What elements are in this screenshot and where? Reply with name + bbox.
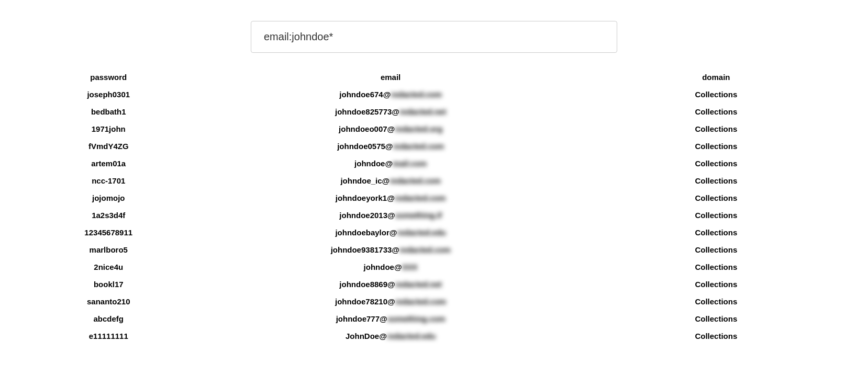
table-row: artem01ajohndoe@mail.comCollections bbox=[0, 155, 868, 172]
header-password: password bbox=[0, 69, 217, 86]
cell-domain: Collections bbox=[564, 138, 868, 155]
table-row: bookl17johndoe8869@redacted.netCollectio… bbox=[0, 276, 868, 293]
cell-domain: Collections bbox=[564, 155, 868, 172]
cell-email: johndoe674@redacted.com bbox=[217, 86, 564, 103]
table-row: jojomojojohndoeyork1@redacted.comCollect… bbox=[0, 189, 868, 207]
table-row: e11111111JohnDoe@redacted.eduCollections bbox=[0, 327, 868, 345]
cell-password: e11111111 bbox=[0, 327, 217, 345]
table-row: fVmdY4ZGjohndoe0575@redacted.comCollecti… bbox=[0, 138, 868, 155]
cell-email: johndoe8869@redacted.net bbox=[217, 276, 564, 293]
table-row: 2nice4ujohndoe@XXXCollections bbox=[0, 258, 868, 276]
cell-email: johndoeyork1@redacted.com bbox=[217, 189, 564, 207]
table-row: 1971johnjohndoeo007@redacted.orgCollecti… bbox=[0, 120, 868, 138]
cell-domain: Collections bbox=[564, 103, 868, 120]
cell-email: JohnDoe@redacted.edu bbox=[217, 327, 564, 345]
cell-password: joseph0301 bbox=[0, 86, 217, 103]
search-container bbox=[0, 0, 868, 69]
table-row: joseph0301johndoe674@redacted.comCollect… bbox=[0, 86, 868, 103]
table-row: sananto210johndoe78210@redacted.comColle… bbox=[0, 293, 868, 310]
cell-domain: Collections bbox=[564, 120, 868, 138]
cell-domain: Collections bbox=[564, 224, 868, 241]
cell-domain: Collections bbox=[564, 86, 868, 103]
cell-domain: Collections bbox=[564, 276, 868, 293]
table-row: 12345678911johndoebaylor@redacted.eduCol… bbox=[0, 224, 868, 241]
cell-domain: Collections bbox=[564, 207, 868, 224]
cell-domain: Collections bbox=[564, 189, 868, 207]
cell-password: 1971john bbox=[0, 120, 217, 138]
cell-password: fVmdY4ZG bbox=[0, 138, 217, 155]
table-row: ncc-1701johndoe_ic@redacted.comCollectio… bbox=[0, 172, 868, 189]
cell-password: 12345678911 bbox=[0, 224, 217, 241]
table-row: bedbath1johndoe825773@redacted.netCollec… bbox=[0, 103, 868, 120]
cell-password: bookl17 bbox=[0, 276, 217, 293]
cell-email: johndoeo007@redacted.org bbox=[217, 120, 564, 138]
cell-password: artem01a bbox=[0, 155, 217, 172]
table-header-row: password email domain bbox=[0, 69, 868, 86]
cell-email: johndoe2013@something.if bbox=[217, 207, 564, 224]
cell-password: 1a2s3d4f bbox=[0, 207, 217, 224]
cell-domain: Collections bbox=[564, 293, 868, 310]
cell-domain: Collections bbox=[564, 241, 868, 258]
cell-password: sananto210 bbox=[0, 293, 217, 310]
cell-domain: Collections bbox=[564, 172, 868, 189]
cell-password: abcdefg bbox=[0, 310, 217, 327]
cell-email: johndoebaylor@redacted.edu bbox=[217, 224, 564, 241]
results-table: password email domain joseph0301johndoe6… bbox=[0, 69, 868, 345]
cell-domain: Collections bbox=[564, 258, 868, 276]
header-domain: domain bbox=[564, 69, 868, 86]
cell-password: bedbath1 bbox=[0, 103, 217, 120]
cell-email: johndoe0575@redacted.com bbox=[217, 138, 564, 155]
cell-email: johndoe9381733@redacted.com bbox=[217, 241, 564, 258]
cell-email: johndoe825773@redacted.net bbox=[217, 103, 564, 120]
cell-password: marlboro5 bbox=[0, 241, 217, 258]
cell-domain: Collections bbox=[564, 327, 868, 345]
cell-domain: Collections bbox=[564, 310, 868, 327]
search-input[interactable] bbox=[251, 21, 617, 53]
header-email: email bbox=[217, 69, 564, 86]
table-row: marlboro5johndoe9381733@redacted.comColl… bbox=[0, 241, 868, 258]
cell-password: 2nice4u bbox=[0, 258, 217, 276]
cell-email: johndoe_ic@redacted.com bbox=[217, 172, 564, 189]
cell-email: johndoe78210@redacted.com bbox=[217, 293, 564, 310]
cell-email: johndoe777@something.com bbox=[217, 310, 564, 327]
table-row: abcdefgjohndoe777@something.comCollectio… bbox=[0, 310, 868, 327]
cell-password: jojomojo bbox=[0, 189, 217, 207]
table-row: 1a2s3d4fjohndoe2013@something.ifCollecti… bbox=[0, 207, 868, 224]
cell-email: johndoe@XXX bbox=[217, 258, 564, 276]
cell-email: johndoe@mail.com bbox=[217, 155, 564, 172]
cell-password: ncc-1701 bbox=[0, 172, 217, 189]
